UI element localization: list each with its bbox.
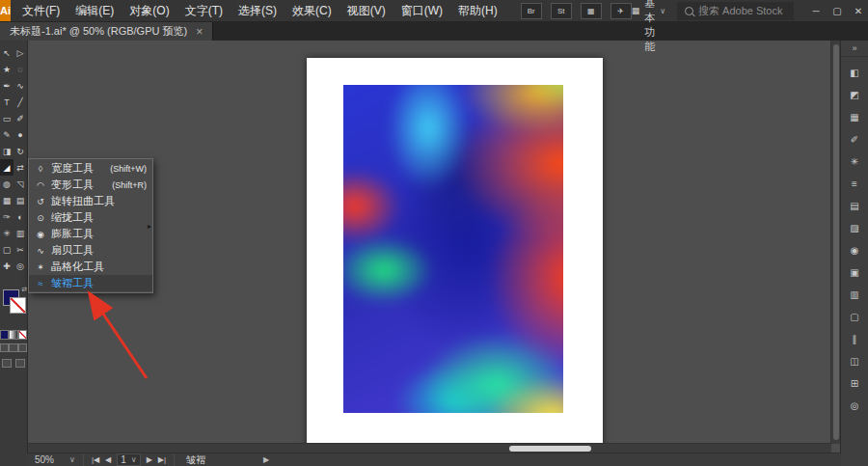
menu-item[interactable]: 窗口(W) — [393, 0, 450, 21]
tool-icon: ↺ — [35, 197, 46, 206]
rotate-tool[interactable]: ↻ — [14, 143, 27, 159]
previous-artboard-button[interactable]: ◀ — [105, 455, 111, 464]
gradient-tool[interactable]: ▤ — [14, 192, 27, 208]
line-segment-tool[interactable]: ╱ — [14, 94, 27, 110]
close-button[interactable]: ✕ — [848, 0, 868, 21]
minimize-button[interactable]: ─ — [805, 0, 827, 21]
rectangle-tool[interactable]: ▭ — [0, 110, 14, 126]
transform-panel-icon[interactable]: ⊞ — [845, 375, 864, 391]
free-transform-tool[interactable]: ⇄ — [14, 159, 27, 176]
gradient-panel-icon[interactable]: ▤ — [845, 198, 864, 213]
twirl-tool-item[interactable]: ↺ 旋转扭曲工具 — [29, 193, 152, 209]
paintbrush-tool[interactable]: ✐ — [14, 110, 27, 126]
eyedropper-tool[interactable]: ✑ — [0, 208, 14, 225]
brushes-panel-icon[interactable]: ✐ — [845, 131, 864, 147]
type-tool[interactable]: T — [0, 94, 14, 110]
draw-inside-button[interactable] — [18, 343, 27, 352]
crystallize-tool-item[interactable]: ✶ 晶格化工具 — [29, 259, 152, 275]
arrange-documents-icon[interactable]: ▦ — [581, 3, 602, 19]
color-button[interactable] — [0, 330, 9, 340]
direct-selection-tool[interactable]: ▷ — [14, 44, 27, 61]
zoom-tool[interactable]: ◎ — [14, 258, 27, 274]
first-artboard-button[interactable]: |◀ — [92, 455, 99, 464]
scallop-tool-item[interactable]: ∿ 扇贝工具 — [29, 242, 152, 259]
stroke-color-swatch[interactable] — [10, 297, 26, 314]
last-artboard-button[interactable]: ▶| — [158, 455, 166, 464]
stroke-panel-icon[interactable]: ≡ — [845, 176, 864, 191]
screen-mode-button[interactable] — [2, 359, 12, 368]
swap-fill-stroke-icon[interactable]: ⇄ — [21, 286, 27, 293]
navigator-panel-icon[interactable]: ◎ — [845, 397, 864, 413]
artboards-panel-icon[interactable]: ▢ — [845, 309, 864, 324]
gradient-button[interactable] — [9, 330, 17, 340]
appearance-panel-icon[interactable]: ◉ — [845, 242, 864, 258]
layers-panel-icon[interactable]: ▥ — [845, 287, 864, 302]
perspective-grid-tool[interactable]: ◹ — [14, 176, 27, 192]
pencil-tool[interactable]: ✎ — [0, 126, 14, 143]
menu-item[interactable]: 视图(V) — [339, 0, 393, 21]
width-tool[interactable]: ◢ — [0, 159, 14, 176]
bloat-tool-item[interactable]: ◉ 膨胀工具 — [29, 226, 152, 242]
selection-tool[interactable]: ↖ — [0, 44, 14, 61]
curvature-tool[interactable]: ∿ — [14, 77, 27, 94]
menu-item[interactable]: 选择(S) — [231, 0, 285, 21]
menu-item[interactable]: 编辑(E) — [68, 0, 122, 21]
transparency-panel-icon[interactable]: ▨ — [845, 220, 864, 235]
stock-search[interactable]: 搜索 Adobe Stock — [677, 2, 794, 20]
draw-behind-button[interactable] — [9, 343, 17, 352]
menu-item[interactable]: 文字(T) — [177, 0, 231, 21]
stock-icon[interactable]: St — [551, 3, 572, 19]
swatches-panel-icon[interactable]: ▦ — [845, 109, 864, 124]
color-guide-panel-icon[interactable]: ◩ — [845, 87, 864, 102]
artboard[interactable] — [307, 58, 603, 449]
flyout-item-label: 缩拢工具 — [51, 210, 94, 225]
blend-tool[interactable]: ◐ — [14, 208, 27, 225]
restore-button[interactable]: ▢ — [827, 0, 848, 21]
menu-item[interactable]: 对象(O) — [122, 0, 176, 21]
artboard-number-select[interactable]: 1 ∨ — [117, 453, 140, 466]
menu-item[interactable]: 效果(C) — [285, 0, 339, 21]
share-icon[interactable]: ✈ — [610, 3, 632, 19]
pen-tool[interactable]: ✒ — [0, 77, 14, 94]
eraser-tool[interactable]: ◨ — [0, 143, 14, 159]
column-graph-tool[interactable]: ▥ — [14, 225, 27, 241]
shape-builder-tool[interactable]: ◍ — [0, 176, 14, 192]
color-panel-icon[interactable]: ◧ — [845, 65, 864, 80]
width-tool-item[interactable]: ◊ 宽度工具 (Shift+W) — [29, 160, 152, 177]
menu-item[interactable]: 文件(F) — [14, 0, 68, 21]
next-artboard-button[interactable]: ▶ — [147, 455, 152, 464]
pathfinder-panel-icon[interactable]: ◫ — [845, 353, 864, 369]
magic-wand-tool[interactable]: ★ — [0, 61, 14, 77]
bridge-icon[interactable]: Br — [521, 3, 542, 19]
panel-icon-stack: ◧◩▦✐✳≡▤▨◉▣▥▢∥◫⊞◎ — [841, 57, 868, 413]
pucker-tool-item[interactable]: ⊙ 缩拢工具 — [29, 209, 152, 226]
zoom-level-select[interactable]: 50% ∨ — [27, 453, 84, 466]
gradient-mesh-artwork[interactable] — [343, 85, 563, 413]
tool-icon: ◠ — [35, 180, 46, 190]
draw-normal-button[interactable] — [0, 343, 9, 352]
status-expand-icon[interactable]: ▶ — [263, 455, 269, 464]
warp-tool-item[interactable]: ◠ 变形工具 (Shift+R) — [29, 177, 152, 193]
edit-toolbar-button[interactable] — [15, 359, 25, 368]
wrinkle-tool-item[interactable]: ≈ 皱褶工具 — [29, 275, 152, 291]
horizontal-scroll-thumb[interactable] — [509, 446, 591, 452]
flyout-item-label: 晶格化工具 — [51, 260, 104, 274]
menu-item[interactable]: 帮助(H) — [450, 0, 505, 21]
workspace-switcher[interactable]: ▦ 传统基本功能 ∨ — [632, 0, 665, 54]
symbol-sprayer-tool[interactable]: ✳ — [0, 225, 14, 241]
mesh-tool[interactable]: ▦ — [0, 192, 14, 208]
expand-panels-icon[interactable]: » — [841, 41, 868, 57]
blob-brush-tool[interactable]: ● — [14, 126, 27, 143]
align-panel-icon[interactable]: ∥ — [845, 331, 864, 346]
lasso-tool[interactable]: ◌ — [14, 61, 27, 77]
hand-tool[interactable]: ✚ — [0, 258, 14, 274]
tab-close-icon[interactable]: × — [196, 25, 203, 39]
none-button[interactable] — [18, 330, 27, 340]
graphic-styles-panel-icon[interactable]: ▣ — [845, 264, 864, 280]
vertical-scroll-thumb[interactable] — [833, 44, 839, 440]
artboard-tool[interactable]: ▢ — [0, 241, 14, 258]
slice-tool[interactable]: ✂ — [14, 241, 27, 258]
document-tab[interactable]: 未标题-1.ai* @ 50% (RGB/GPU 预览) × — [0, 22, 213, 41]
symbols-panel-icon[interactable]: ✳ — [845, 153, 864, 169]
titlebar: Ai 文件(F)编辑(E)对象(O)文字(T)选择(S)效果(C)视图(V)窗口… — [0, 0, 868, 22]
